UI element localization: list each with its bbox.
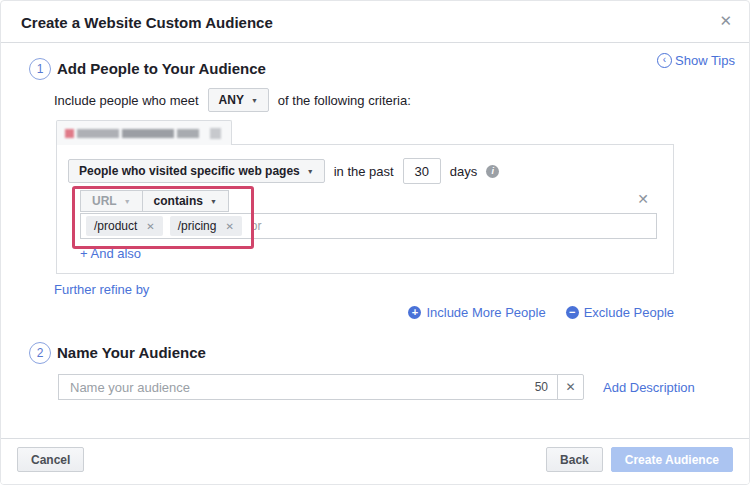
chevron-down-icon: ▼ — [124, 198, 131, 205]
chevron-down-icon: ▼ — [251, 97, 258, 104]
step1-number-badge: 1 — [29, 58, 51, 80]
plus-circle-icon: + — [408, 306, 421, 319]
criteria-row: Include people who meet ANY ▼ of the fol… — [54, 88, 411, 112]
create-audience-button[interactable]: Create Audience — [611, 447, 733, 472]
remove-tag-icon[interactable]: ✕ — [146, 221, 154, 232]
include-more-people-label: Include More People — [426, 305, 545, 320]
days-input[interactable] — [403, 158, 441, 184]
show-tips-link[interactable]: ‹ Show Tips — [657, 53, 735, 68]
event-type-dropdown[interactable]: People who visited specific web pages ▼ — [68, 159, 325, 183]
audience-name-input[interactable] — [68, 379, 535, 396]
exclude-people-link[interactable]: − Exclude People — [566, 305, 674, 320]
criteria-suffix-label: of the following criteria: — [278, 93, 411, 108]
add-description-link[interactable]: Add Description — [603, 380, 695, 395]
operator-dropdown[interactable]: contains ▼ — [142, 190, 229, 212]
char-count: 50 — [535, 380, 548, 394]
step1-heading: Add People to Your Audience — [57, 60, 266, 77]
audience-name-field[interactable]: 50 — [58, 374, 558, 400]
exclude-people-label: Exclude People — [584, 305, 674, 320]
dialog-header: Create a Website Custom Audience ✕ — [1, 1, 749, 43]
and-also-link[interactable]: + And also — [80, 246, 141, 261]
url-keywords-field[interactable]: /product ✕ /pricing ✕ — [80, 213, 657, 239]
url-parameter-value: URL — [92, 194, 117, 208]
audience-name-row: 50 ✕ Add Description — [58, 374, 695, 400]
days-label: days — [450, 164, 477, 179]
url-parameter-dropdown[interactable]: URL ▼ — [80, 190, 142, 212]
keyword-tag-label: /pricing — [178, 219, 217, 233]
criteria-prefix-label: Include people who meet — [54, 93, 199, 108]
minus-circle-icon: − — [566, 306, 579, 319]
pixel-icon — [65, 129, 74, 138]
chevron-left-circle-icon: ‹ — [657, 53, 672, 68]
remove-tag-icon[interactable]: ✕ — [225, 221, 233, 232]
match-type-dropdown[interactable]: ANY ▼ — [208, 88, 269, 112]
pixel-source-tab[interactable] — [56, 120, 232, 145]
add-keyword-input[interactable] — [249, 218, 651, 234]
audience-actions-row: + Include More People − Exclude People — [408, 305, 674, 320]
operator-value: contains — [154, 194, 203, 208]
dialog-title: Create a Website Custom Audience — [21, 14, 273, 31]
chevron-down-icon: ▼ — [210, 198, 217, 205]
rule-panel: People who visited specific web pages ▼ … — [56, 144, 674, 274]
dialog-footer: Cancel Back Create Audience — [1, 438, 749, 484]
url-filter-bar: URL ▼ contains ▼ — [80, 190, 229, 212]
event-row: People who visited specific web pages ▼ … — [68, 158, 499, 184]
show-tips-label: Show Tips — [675, 53, 735, 68]
clear-name-button[interactable]: ✕ — [557, 374, 584, 400]
footer-right-buttons: Back Create Audience — [546, 447, 733, 472]
match-type-value: ANY — [219, 93, 244, 107]
keyword-tag[interactable]: /product ✕ — [86, 216, 163, 236]
include-more-people-link[interactable]: + Include More People — [408, 305, 545, 320]
chevron-down-icon: ▼ — [307, 168, 314, 175]
in-the-past-label: in the past — [334, 164, 394, 179]
back-button[interactable]: Back — [546, 447, 603, 472]
info-icon[interactable]: i — [486, 165, 499, 178]
keyword-tag-label: /product — [94, 219, 137, 233]
remove-rule-icon[interactable]: ✕ — [637, 191, 649, 207]
close-icon[interactable]: ✕ — [719, 12, 732, 30]
cancel-button[interactable]: Cancel — [17, 447, 84, 472]
step2-heading: Name Your Audience — [57, 344, 206, 361]
further-refine-link[interactable]: Further refine by — [54, 282, 149, 297]
redacted-pixel-name — [65, 128, 221, 139]
create-website-custom-audience-dialog: Create a Website Custom Audience ✕ 1 Add… — [0, 0, 750, 485]
step2-number-badge: 2 — [29, 342, 51, 364]
keyword-tag[interactable]: /pricing ✕ — [170, 216, 242, 236]
event-type-value: People who visited specific web pages — [79, 164, 300, 178]
